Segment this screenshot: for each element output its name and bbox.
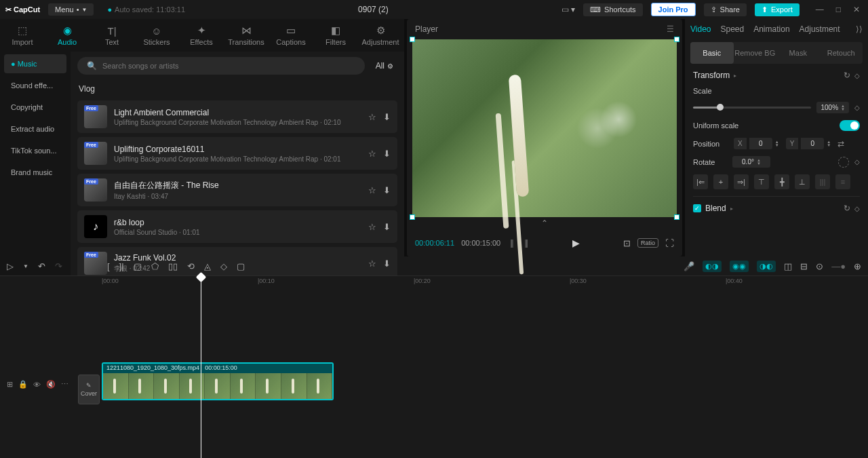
preview-icon[interactable]: ◑◐	[757, 261, 776, 272]
rtab-video[interactable]: Video	[690, 24, 711, 34]
rtab-speed[interactable]: Speed	[720, 24, 744, 34]
tab-filters[interactable]: ◧Filters	[313, 19, 358, 52]
keyframe-icon[interactable]: ◇	[854, 72, 860, 79]
link-icon[interactable]: ◉◉	[730, 261, 749, 272]
tab-adjustment[interactable]: ⚙Adjustment	[358, 19, 403, 52]
rotate-icon[interactable]: ◇	[220, 261, 227, 271]
sidebar-item-extract-audio[interactable]: Extract audio	[4, 119, 66, 138]
download-icon[interactable]: ⬇	[383, 185, 391, 195]
subtab-basic[interactable]: Basic	[690, 42, 734, 64]
download-icon[interactable]: ⬇	[383, 259, 391, 269]
music-track[interactable]: Free Uplifting Corporate16011Uplifting B…	[77, 137, 397, 170]
keyframe-icon[interactable]: ◇	[854, 104, 860, 111]
scale-value[interactable]: 100%▲▼	[816, 102, 849, 113]
resize-handle[interactable]	[410, 37, 415, 42]
snap-icon[interactable]: ⊡	[623, 238, 631, 248]
search-input[interactable]	[102, 62, 355, 70]
subtab-retouch[interactable]: Retouch	[820, 42, 863, 64]
position-y-input[interactable]: Y0▲▼	[786, 138, 831, 149]
music-track[interactable]: ♪ r&b loopOfficial Sound Studio · 01:01 …	[77, 210, 397, 243]
transform-header[interactable]: Transform▸ ↻ ◇	[693, 71, 860, 80]
mirror-icon[interactable]: ▯▯	[168, 261, 178, 271]
tab-transitions[interactable]: ⋈Transitions	[224, 19, 269, 52]
more-icon[interactable]: ⋯	[61, 380, 68, 389]
zoom-out-icon[interactable]: ⊟	[800, 261, 808, 271]
more-tabs-icon[interactable]: ⟩⟩	[856, 24, 863, 34]
filter-all-button[interactable]: All ⚙	[372, 61, 397, 71]
tab-stickers[interactable]: ☺Stickers	[134, 19, 179, 52]
ratio-button[interactable]: Ratio	[637, 238, 658, 248]
reset-blend-icon[interactable]: ↻	[844, 204, 850, 213]
search-input-wrap[interactable]: 🔍	[77, 57, 365, 75]
music-track[interactable]: Free 自由自在公路摇滚 - The RiseItay Kashti · 03…	[77, 174, 397, 206]
timeline-ruler[interactable]: |00:00 |00:10 |00:20 |00:30 |00:40	[0, 275, 868, 288]
align-bottom-icon[interactable]: ⊥	[795, 174, 810, 189]
mic-icon[interactable]: 🎤	[684, 261, 694, 271]
subtab-remove-bg[interactable]: Remove BG	[734, 42, 777, 64]
join-pro-button[interactable]: Join Pro	[651, 3, 696, 16]
shield-icon[interactable]: ⬠	[151, 261, 159, 271]
lock-icon[interactable]: 🔒	[18, 380, 28, 389]
keyframe-icon[interactable]: ◇	[854, 158, 860, 166]
sidebar-item-copyright[interactable]: Copyright	[4, 98, 66, 117]
position-x-input[interactable]: X0▲▼	[734, 138, 779, 149]
favorite-icon[interactable]: ☆	[368, 185, 376, 195]
rtab-adjustment[interactable]: Adjustment	[800, 24, 840, 34]
video-clip[interactable]: 12211080_1920_1080_30fps.mp4 00:00:15:00	[102, 362, 334, 400]
zoom-in-icon[interactable]: —●	[831, 261, 846, 271]
cover-button[interactable]: ✎ Cover	[78, 375, 100, 404]
resize-handle[interactable]	[674, 214, 679, 220]
align-top-icon[interactable]: ⊤	[754, 174, 769, 189]
magnet-icon[interactable]: ◐◑	[703, 261, 722, 272]
undo-icon[interactable]: ↶	[38, 261, 45, 271]
playhead[interactable]	[201, 276, 201, 288]
expand-icon[interactable]: ⌃	[407, 217, 682, 229]
shortcuts-button[interactable]: ⌨Shortcuts	[583, 3, 642, 16]
freeze-icon[interactable]: ▢	[237, 261, 245, 271]
tab-import[interactable]: ⬚Import	[0, 19, 45, 52]
dropdown-icon[interactable]: ▼	[23, 263, 28, 269]
music-track[interactable]: Free Light Ambient CommercialUplifting B…	[77, 100, 397, 133]
favorite-icon[interactable]: ☆	[368, 259, 376, 269]
reverse-icon[interactable]: ⟲	[187, 261, 195, 271]
sidebar-item-music[interactable]: ● Music	[4, 54, 66, 73]
tab-text[interactable]: T|Text	[90, 19, 134, 52]
compare-icon-2[interactable]: |||	[525, 238, 527, 248]
resize-handle[interactable]	[674, 37, 679, 42]
mute-icon[interactable]: 🔇	[46, 380, 56, 389]
sidebar-item-brand-music[interactable]: Brand music	[4, 163, 66, 182]
subtab-mask[interactable]: Mask	[776, 42, 820, 64]
split-right-icon[interactable]: ]|	[119, 261, 124, 271]
link-xy-icon[interactable]: ⇄	[837, 139, 844, 149]
sidebar-item-tiktok-sounds[interactable]: TikTok soun...	[4, 141, 66, 160]
fullscreen-icon[interactable]: ⛶	[665, 238, 674, 248]
playhead-line[interactable]	[201, 288, 201, 458]
player-menu-icon[interactable]: ☰	[667, 24, 674, 34]
selection-tool-icon[interactable]: ▷	[7, 261, 14, 271]
tab-audio[interactable]: ◉Audio	[45, 19, 90, 52]
distribute-v-icon[interactable]: ≡	[835, 174, 850, 189]
export-button[interactable]: ⬆Export	[755, 3, 800, 16]
favorite-icon[interactable]: ☆	[368, 222, 376, 232]
track-icon[interactable]: ◫	[784, 261, 792, 271]
blend-checkbox[interactable]: ✓	[693, 204, 701, 212]
resize-handle[interactable]	[410, 214, 415, 220]
favorite-icon[interactable]: ☆	[368, 112, 376, 122]
align-center-h-icon[interactable]: +	[713, 174, 728, 189]
download-icon[interactable]: ⬇	[383, 149, 391, 159]
align-left-icon[interactable]: |⇐	[693, 174, 708, 189]
download-icon[interactable]: ⬇	[383, 222, 391, 232]
video-preview[interactable]	[412, 39, 677, 217]
zoom-slider-icon[interactable]: ⊙	[816, 261, 823, 271]
crop-icon[interactable]: ▢	[134, 261, 142, 271]
fit-icon[interactable]: ⊕	[854, 261, 861, 271]
uniform-scale-toggle[interactable]	[840, 120, 860, 131]
align-center-v-icon[interactable]: ╋	[774, 174, 789, 189]
keyframe-icon[interactable]: ◇	[854, 205, 860, 212]
rotate-value[interactable]: 0.0°▲▼	[732, 156, 770, 168]
distribute-h-icon[interactable]: |||	[815, 174, 830, 189]
compare-icon[interactable]: |||	[510, 238, 512, 248]
reset-transform-icon[interactable]: ↻	[844, 71, 850, 80]
align-right-icon[interactable]: ⇒|	[734, 174, 749, 189]
rtab-animation[interactable]: Animation	[753, 24, 789, 34]
